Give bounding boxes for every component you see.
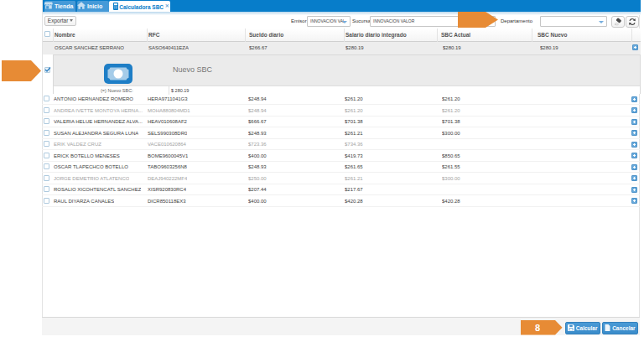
svg-text:8: 8 [535, 323, 540, 333]
